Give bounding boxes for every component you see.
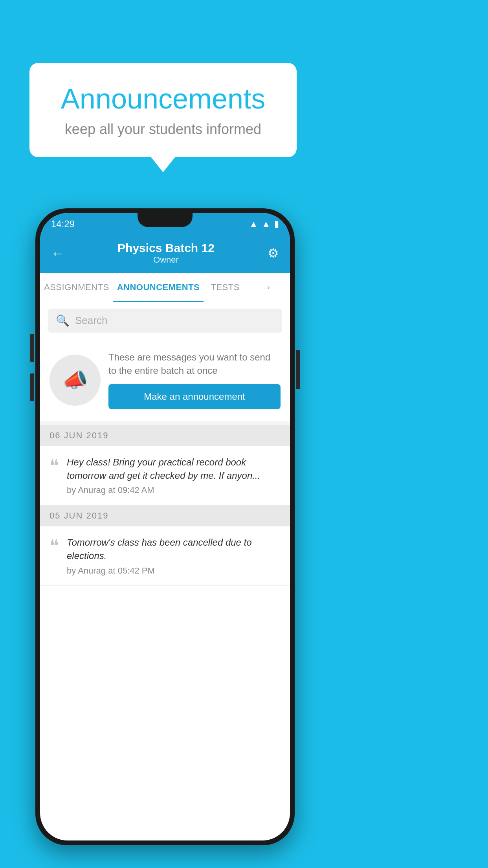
phone-notch <box>138 213 193 227</box>
power-button[interactable] <box>296 350 300 389</box>
header-title: Physics Batch 12 <box>117 241 215 255</box>
announcement-item-2: ❝ Tomorrow's class has been cancelled du… <box>40 526 290 585</box>
promo-icon-circle: 📣 <box>50 355 101 406</box>
battery-icon: ▮ <box>274 219 279 229</box>
tab-announcements[interactable]: ANNOUNCEMENTS <box>113 273 204 302</box>
promo-description: These are messages you want to send to t… <box>108 351 281 377</box>
app-header: ← Physics Batch 12 Owner ⚙ <box>40 235 290 273</box>
phone-mockup: 14:29 ▲ ▲ ▮ ← Physics Batch 12 Owner ⚙ A… <box>35 208 295 845</box>
quote-icon-2: ❝ <box>50 537 59 555</box>
announcement-author-1: by Anurag at 09:42 AM <box>67 485 281 495</box>
header-title-group: Physics Batch 12 Owner <box>117 241 215 265</box>
speech-bubble-subtitle: keep all your students informed <box>53 121 273 138</box>
announcement-author-2: by Anurag at 05:42 PM <box>67 566 281 576</box>
search-bar[interactable]: 🔍 Search <box>48 309 282 333</box>
volume-down-button[interactable] <box>30 373 34 401</box>
tab-more[interactable]: › <box>247 273 290 302</box>
search-container: 🔍 Search <box>40 302 290 339</box>
signal-icon: ▲ <box>262 219 270 229</box>
content-area: 🔍 Search 📣 These are messages you want t… <box>40 302 290 586</box>
tab-assignments[interactable]: ASSIGNMENTS <box>40 273 113 302</box>
speech-bubble: Announcements keep all your students inf… <box>29 63 297 157</box>
date-separator-1: 06 JUN 2019 <box>40 425 290 446</box>
make-announcement-button[interactable]: Make an announcement <box>108 384 281 409</box>
announcement-text-2: Tomorrow's class has been cancelled due … <box>67 536 281 562</box>
announcement-content-1: Hey class! Bring your practical record b… <box>67 456 281 495</box>
announcement-item-1: ❝ Hey class! Bring your practical record… <box>40 446 290 505</box>
tabs-container: ASSIGNMENTS ANNOUNCEMENTS TESTS › <box>40 273 290 302</box>
quote-icon-1: ❝ <box>50 457 59 474</box>
header-subtitle: Owner <box>117 255 215 265</box>
status-time: 14:29 <box>51 219 75 230</box>
wifi-icon: ▲ <box>249 219 258 229</box>
promo-card: 📣 These are messages you want to send to… <box>40 339 290 421</box>
speech-bubble-title: Announcements <box>53 83 273 115</box>
tab-tests[interactable]: TESTS <box>204 273 247 302</box>
announcement-content-2: Tomorrow's class has been cancelled due … <box>67 536 281 576</box>
promo-right: These are messages you want to send to t… <box>108 351 281 409</box>
search-icon: 🔍 <box>56 314 70 327</box>
megaphone-icon: 📣 <box>62 368 88 392</box>
announcement-text-1: Hey class! Bring your practical record b… <box>67 456 281 482</box>
volume-up-button[interactable] <box>30 334 34 362</box>
settings-icon[interactable]: ⚙ <box>268 246 279 261</box>
status-icons: ▲ ▲ ▮ <box>249 219 279 229</box>
speech-bubble-container: Announcements keep all your students inf… <box>29 63 297 157</box>
search-placeholder: Search <box>75 314 107 327</box>
date-separator-2: 05 JUN 2019 <box>40 505 290 526</box>
back-button[interactable]: ← <box>51 246 64 261</box>
